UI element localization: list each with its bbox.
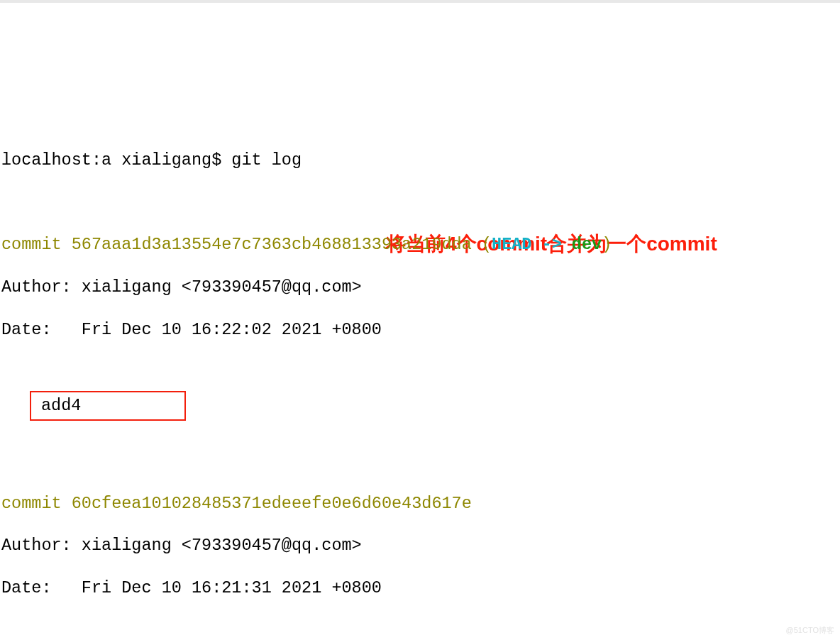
date-value: Fri Dec 10 16:22:02 2021 +0800 [82, 320, 382, 339]
commit-hash: 60cfeea101028485371edeeefe0e6d60e43d617e [72, 494, 472, 513]
author-line: Author: xialigang <793390457@qq.com> [1, 277, 840, 298]
prompt-user-host: localhost:a xialigang$ [1, 150, 231, 170]
author-value: xialigang <793390457@qq.com> [82, 536, 362, 555]
commit-hash: 567aaa1d3a13554e7c7363cb468813393a219dda [72, 235, 472, 254]
author-prefix: Author: [1, 536, 82, 555]
commit-message-highlight: add4 [30, 391, 186, 421]
date-prefix: Date: [1, 320, 82, 339]
date-prefix: Date: [1, 578, 82, 597]
commit-line: commit 567aaa1d3a13554e7c7363cb468813393… [1, 234, 840, 255]
commit-prefix: commit [1, 494, 72, 513]
ref-head: HEAD -> [492, 235, 572, 254]
date-line: Date: Fri Dec 10 16:21:31 2021 +0800 [1, 578, 840, 599]
commit-prefix: commit [1, 235, 72, 254]
prompt-command: git log [231, 150, 302, 170]
date-line: Date: Fri Dec 10 16:22:02 2021 +0800 [1, 319, 840, 341]
commit-line: commit 60cfeea101028485371edeeefe0e6d60e… [1, 493, 840, 514]
prompt-line: localhost:a xialigang$ git log [1, 150, 840, 171]
ref-close: ) [602, 235, 612, 254]
author-line: Author: xialigang <793390457@qq.com> [1, 535, 840, 556]
window-title-shade [0, 0, 840, 3]
ref-open: ( [472, 235, 492, 254]
author-value: xialigang <793390457@qq.com> [82, 277, 362, 297]
terminal-output[interactable]: localhost:a xialigang$ git log commit 56… [1, 128, 840, 640]
author-prefix: Author: [1, 277, 82, 297]
date-value: Fri Dec 10 16:21:31 2021 +0800 [82, 578, 382, 597]
ref-branch: dev [572, 235, 602, 254]
